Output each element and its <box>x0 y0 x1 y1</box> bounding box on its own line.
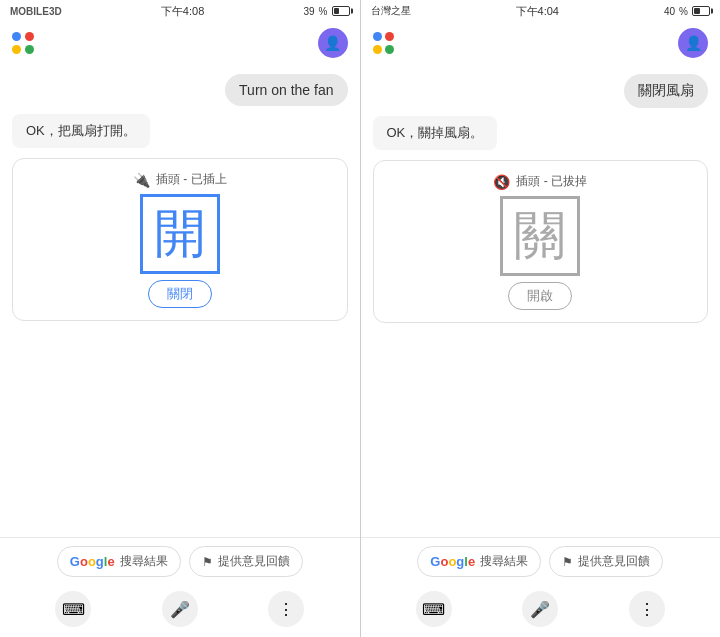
watermark-label: MOBILE3D <box>10 6 62 17</box>
dot-blue-r <box>373 32 382 41</box>
assistant-response-left: OK，把風扇打開。 <box>12 114 150 148</box>
device-status-text-left: 插頭 - 已插上 <box>156 171 227 188</box>
status-right-right: 40 % <box>664 6 710 17</box>
assistant-response-right: OK，關掉風扇。 <box>373 116 498 150</box>
battery-percent-left: 39 <box>303 6 314 17</box>
chat-area-left: Turn on the fan OK，把風扇打開。 🔌 插頭 - 已插上 開 關… <box>0 64 360 537</box>
top-bar-right: 👤 <box>361 22 721 64</box>
user-avatar-right[interactable]: 👤 <box>678 28 708 58</box>
chat-area-right: 關閉風扇 OK，關掉風扇。 🔇 插頭 - 已拔掉 關 開啟 <box>361 64 721 537</box>
top-bar-left: 👤 <box>0 22 360 64</box>
feedback-label-right: 提供意見回饋 <box>578 553 650 570</box>
status-left-right: 台灣之星 <box>371 4 411 18</box>
input-row-right: ⌨ 🎤 ⋮ <box>361 585 721 637</box>
keyboard-icon-left[interactable]: ⌨ <box>55 591 91 627</box>
feedback-btn-left[interactable]: ⚑ 提供意見回饋 <box>189 546 303 577</box>
device-action-button-left[interactable]: 關閉 <box>148 280 212 308</box>
status-center-left: 下午4:08 <box>161 4 204 19</box>
status-center-right: 下午4:04 <box>516 4 559 19</box>
phones-container: MOBILE3D 下午4:08 39 % 👤 Turn <box>0 0 720 637</box>
time-right: 下午4:04 <box>516 4 559 19</box>
user-avatar-left[interactable]: 👤 <box>318 28 348 58</box>
search-results-label-left: 搜尋結果 <box>120 553 168 570</box>
device-state-char-left: 開 <box>140 194 220 274</box>
feedback-icon-left: ⚑ <box>202 555 213 569</box>
dot-green <box>25 45 34 54</box>
battery-icon-right <box>692 6 710 16</box>
g-logo-left: Google <box>70 554 115 569</box>
plug-icon-right: 🔇 <box>493 174 510 190</box>
google-assistant-icon-right <box>373 32 395 54</box>
more-icon-left[interactable]: ⋮ <box>268 591 304 627</box>
dot-yellow <box>12 45 21 54</box>
search-results-btn-left[interactable]: Google 搜尋結果 <box>57 546 181 577</box>
g-logo-right: Google <box>430 554 475 569</box>
dot-red <box>25 32 34 41</box>
status-bar-right: 台灣之星 下午4:04 40 % <box>361 0 721 22</box>
feedback-btn-right[interactable]: ⚑ 提供意見回饋 <box>549 546 663 577</box>
battery-percent-right: 40 <box>664 6 675 17</box>
device-status-text-right: 插頭 - 已拔掉 <box>516 173 587 190</box>
bottom-bar-left: Google 搜尋結果 ⚑ 提供意見回饋 <box>0 537 360 585</box>
keyboard-icon-right[interactable]: ⌨ <box>416 591 452 627</box>
more-icon-right[interactable]: ⋮ <box>629 591 665 627</box>
device-status-row-right: 🔇 插頭 - 已拔掉 <box>493 173 587 190</box>
status-bar-left: MOBILE3D 下午4:08 39 % <box>0 0 360 22</box>
feedback-label-left: 提供意見回饋 <box>218 553 290 570</box>
status-left-left: MOBILE3D <box>10 6 62 17</box>
mic-icon-right[interactable]: 🎤 <box>522 591 558 627</box>
user-message-right: 關閉風扇 <box>624 74 708 108</box>
battery-percent-symbol-right: % <box>679 6 688 17</box>
dot-red-r <box>385 32 394 41</box>
time-left: 下午4:08 <box>161 4 204 19</box>
carrier-right: 台灣之星 <box>371 4 411 18</box>
status-right-left: 39 % <box>303 6 349 17</box>
search-results-btn-right[interactable]: Google 搜尋結果 <box>417 546 541 577</box>
device-state-char-right: 關 <box>500 196 580 276</box>
mic-icon-left[interactable]: 🎤 <box>162 591 198 627</box>
google-assistant-icon-left <box>12 32 34 54</box>
device-status-row-left: 🔌 插頭 - 已插上 <box>133 171 227 188</box>
device-card-left: 🔌 插頭 - 已插上 開 關閉 <box>12 158 348 321</box>
input-row-left: ⌨ 🎤 ⋮ <box>0 585 360 637</box>
phone-left: MOBILE3D 下午4:08 39 % 👤 Turn <box>0 0 361 637</box>
battery-percent-symbol: % <box>319 6 328 17</box>
dot-blue <box>12 32 21 41</box>
bottom-bar-right: Google 搜尋結果 ⚑ 提供意見回饋 <box>361 537 721 585</box>
feedback-icon-right: ⚑ <box>562 555 573 569</box>
plug-icon-left: 🔌 <box>133 172 150 188</box>
user-message-left: Turn on the fan <box>225 74 347 106</box>
dot-yellow-r <box>373 45 382 54</box>
device-action-button-right[interactable]: 開啟 <box>508 282 572 310</box>
phone-right: 台灣之星 下午4:04 40 % 👤 關閉風扇 <box>361 0 721 637</box>
search-results-label-right: 搜尋結果 <box>480 553 528 570</box>
dot-green-r <box>385 45 394 54</box>
battery-icon-left <box>332 6 350 16</box>
device-card-right: 🔇 插頭 - 已拔掉 關 開啟 <box>373 160 709 323</box>
